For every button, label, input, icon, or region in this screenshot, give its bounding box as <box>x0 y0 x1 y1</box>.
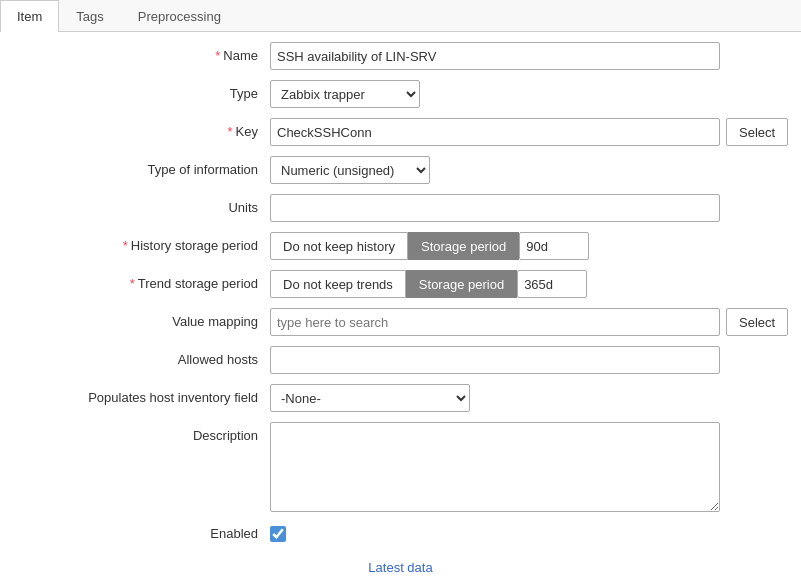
tab-bar: Item Tags Preprocessing <box>0 0 801 32</box>
description-field <box>270 422 801 512</box>
history-storage-group: Do not keep history Storage period <box>270 232 589 260</box>
item-form: *Name Type Zabbix trapper *Key Select Ty… <box>0 32 801 578</box>
key-input[interactable] <box>270 118 720 146</box>
key-row: *Key Select <box>0 118 801 148</box>
units-label: Units <box>0 194 270 215</box>
allowed-hosts-row: Allowed hosts <box>0 346 801 376</box>
history-storage-field: Do not keep history Storage period <box>270 232 801 260</box>
tab-item[interactable]: Item <box>0 0 59 32</box>
tab-preprocessing[interactable]: Preprocessing <box>121 0 238 32</box>
allowed-hosts-input[interactable] <box>270 346 720 374</box>
type-of-information-label: Type of information <box>0 156 270 177</box>
enabled-row: Enabled <box>0 520 801 550</box>
name-label: *Name <box>0 42 270 63</box>
units-input[interactable] <box>270 194 720 222</box>
inventory-field-row: Populates host inventory field -None- <box>0 384 801 414</box>
key-select-button[interactable]: Select <box>726 118 788 146</box>
name-row: *Name <box>0 42 801 72</box>
inventory-field-select[interactable]: -None- <box>270 384 470 412</box>
value-mapping-select-button[interactable]: Select <box>726 308 788 336</box>
history-required-star: * <box>123 238 128 253</box>
history-do-not-keep-button[interactable]: Do not keep history <box>270 232 408 260</box>
key-required-star: * <box>228 124 233 139</box>
type-select[interactable]: Zabbix trapper <box>270 80 420 108</box>
tab-tags[interactable]: Tags <box>59 0 120 32</box>
trend-storage-group: Do not keep trends Storage period <box>270 270 587 298</box>
description-row: Description <box>0 422 801 512</box>
trend-storage-label: *Trend storage period <box>0 270 270 291</box>
latest-data-link[interactable]: Latest data <box>368 560 432 575</box>
enabled-checkbox-wrapper <box>270 520 286 548</box>
description-textarea[interactable] <box>270 422 720 512</box>
history-storage-row: *History storage period Do not keep hist… <box>0 232 801 262</box>
trend-storage-value-input[interactable] <box>517 270 587 298</box>
units-field <box>270 194 801 222</box>
key-label: *Key <box>0 118 270 139</box>
units-row: Units <box>0 194 801 224</box>
name-required-star: * <box>215 48 220 63</box>
description-label: Description <box>0 422 270 443</box>
trend-storage-field: Do not keep trends Storage period <box>270 270 801 298</box>
enabled-field <box>270 520 801 548</box>
type-of-information-select[interactable]: Numeric (unsigned) Numeric (float) Chara… <box>270 156 430 184</box>
name-input[interactable] <box>270 42 720 70</box>
type-row: Type Zabbix trapper <box>0 80 801 110</box>
type-of-information-field: Numeric (unsigned) Numeric (float) Chara… <box>270 156 801 184</box>
value-mapping-field: Select <box>270 308 801 336</box>
key-field: Select <box>270 118 801 146</box>
enabled-checkbox[interactable] <box>270 526 286 542</box>
value-mapping-input[interactable] <box>270 308 720 336</box>
history-storage-label: *History storage period <box>0 232 270 253</box>
name-field <box>270 42 801 70</box>
trend-do-not-keep-button[interactable]: Do not keep trends <box>270 270 406 298</box>
enabled-label: Enabled <box>0 520 270 541</box>
value-mapping-label: Value mapping <box>0 308 270 329</box>
trend-storage-period-button[interactable]: Storage period <box>406 270 517 298</box>
type-label: Type <box>0 80 270 101</box>
allowed-hosts-label: Allowed hosts <box>0 346 270 367</box>
trend-storage-row: *Trend storage period Do not keep trends… <box>0 270 801 300</box>
history-storage-value-input[interactable] <box>519 232 589 260</box>
type-field: Zabbix trapper <box>270 80 801 108</box>
history-storage-period-button[interactable]: Storage period <box>408 232 519 260</box>
value-mapping-row: Value mapping Select <box>0 308 801 338</box>
allowed-hosts-field <box>270 346 801 374</box>
latest-data-row: Latest data <box>0 560 801 575</box>
inventory-field-field: -None- <box>270 384 801 412</box>
type-of-information-row: Type of information Numeric (unsigned) N… <box>0 156 801 186</box>
inventory-field-label: Populates host inventory field <box>0 384 270 405</box>
trend-required-star: * <box>130 276 135 291</box>
